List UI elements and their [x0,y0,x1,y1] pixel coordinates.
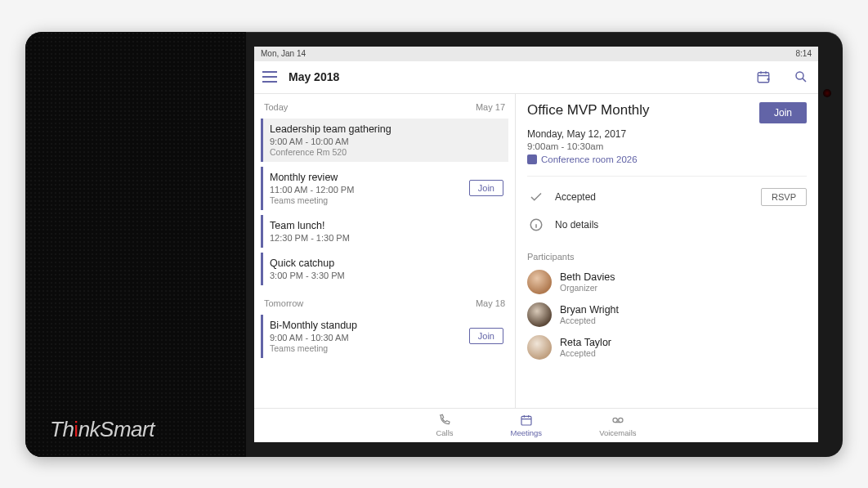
participant-row[interactable]: Reta Taylor Accepted [527,335,807,360]
bottom-nav: Calls Meetings Voicemails [254,408,818,442]
participant-role: Accepted [560,316,619,325]
section-label: Today [264,102,288,112]
camera-lens [823,89,831,97]
svg-point-5 [618,418,622,422]
nav-label: Meetings [511,428,543,437]
voicemail-icon [611,414,624,427]
event-item[interactable]: Quick catchup 3:00 PM - 3:30 PM [261,253,508,285]
join-button[interactable]: Join [469,328,503,344]
detail-date: Monday, May 12, 2017 [527,128,807,140]
event-location: Teams meeting [270,343,502,353]
event-item[interactable]: Monthly review 11:00 AM - 12:00 PM Teams… [261,167,508,210]
event-title: Leadership team gathering [270,123,502,135]
section-header-today: Today May 17 [254,94,515,117]
brand-part-2: nkSmart [78,417,154,441]
status-bar: Mon, Jan 14 8:14 [254,47,818,61]
device-brand: ThinkSmart [50,417,154,442]
section-date: May 18 [476,298,505,308]
detail-pane: Office MVP Monthly Join Monday, May 12, … [516,94,818,408]
event-time: 11:00 AM - 12:00 PM [270,185,502,195]
nav-meetings[interactable]: Meetings [511,414,543,437]
event-location: Conference Rm 520 [270,147,502,157]
calendar-add-icon[interactable] [754,68,772,86]
status-date: Mon, Jan 14 [261,49,306,58]
svg-rect-0 [758,73,769,83]
info-icon [529,217,544,232]
participant-name: Bryan Wright [560,304,619,316]
avatar [527,270,552,294]
nav-calls[interactable]: Calls [436,414,453,437]
section-header-tomorrow: Tomorrow May 18 [254,290,515,313]
hamburger-icon[interactable] [262,71,277,83]
app-title: May 2018 [289,70,339,83]
event-title: Monthly review [270,172,502,183]
event-time: 9:00 AM - 10:00 AM [270,137,502,146]
detail-title: Office MVP Monthly [527,102,650,119]
avatar [527,302,552,327]
search-icon[interactable] [792,68,810,86]
rsvp-button[interactable]: RSVP [761,188,807,206]
phone-icon [438,414,451,427]
nav-label: Calls [436,428,453,437]
svg-point-4 [613,418,617,422]
device-frame: ThinkSmart Mon, Jan 14 8:14 May 2018 [25,32,843,457]
app-body: Today May 17 Leadership team gathering 9… [254,94,818,408]
participant-name: Reta Taylor [560,337,611,348]
participant-row[interactable]: Bryan Wright Accepted [527,302,807,327]
join-button[interactable]: Join [469,180,503,196]
event-location: Teams meeting [270,195,502,205]
avatar [527,335,552,360]
svg-point-1 [796,72,803,79]
section-label: Tomorrow [264,298,303,308]
participant-name: Beth Davies [560,271,615,283]
nav-voicemails[interactable]: Voicemails [599,414,636,437]
check-icon [529,190,544,204]
join-meeting-button[interactable]: Join [759,102,807,123]
event-item[interactable]: Team lunch! 12:30 PM - 1:30 PM [261,215,508,248]
detail-header: Office MVP Monthly Join [527,102,807,123]
app-header: May 2018 [254,61,818,94]
event-title: Quick catchup [270,257,502,269]
svg-rect-3 [521,416,531,425]
screen: Mon, Jan 14 8:14 May 2018 [254,47,818,442]
event-time: 12:30 PM - 1:30 PM [270,233,502,243]
event-time: 9:00 AM - 10:30 AM [270,333,502,342]
brand-part-1: Th [50,417,74,441]
event-title: Bi-Monthly standup [270,320,502,331]
no-details-text: No details [555,219,807,231]
participant-row[interactable]: Beth Davies Organizer [527,270,807,294]
participant-role: Organizer [560,283,615,293]
calendar-list[interactable]: Today May 17 Leadership team gathering 9… [254,94,516,408]
event-item[interactable]: Bi-Monthly standup 9:00 AM - 10:30 AM Te… [261,315,508,358]
status-text: Accepted [555,191,749,203]
room-name: Conference room 2026 [541,154,638,164]
detail-room[interactable]: Conference room 2026 [527,154,807,164]
calendar-icon [520,414,533,427]
status-row: Accepted RSVP [527,176,807,214]
status-time: 8:14 [796,49,812,58]
nav-label: Voicemails [599,428,636,437]
participants-label: Participants [527,252,807,262]
participant-role: Accepted [560,348,611,358]
section-date: May 17 [476,102,505,112]
screen-wrap: Mon, Jan 14 8:14 May 2018 [246,32,843,457]
teams-icon [527,154,537,164]
details-row: No details [527,214,807,240]
speaker-grille: ThinkSmart [25,32,246,457]
event-title: Team lunch! [270,220,502,231]
detail-time: 9:00am - 10:30am [527,141,807,151]
event-item[interactable]: Leadership team gathering 9:00 AM - 10:0… [261,119,508,162]
event-time: 3:00 PM - 3:30 PM [270,271,502,280]
